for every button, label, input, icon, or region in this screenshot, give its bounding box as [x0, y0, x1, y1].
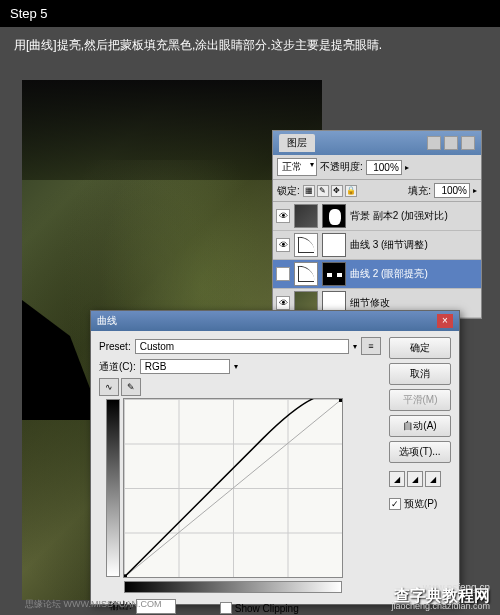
instruction-text: 用[曲线]提亮,然后把蒙板填充黑色,涂出眼睛部分.这步主要是提亮眼睛.: [0, 27, 500, 62]
minimize-icon[interactable]: [444, 136, 458, 150]
curves-dialog-titlebar[interactable]: 曲线 ×: [91, 311, 459, 331]
fill-label: 填充:: [408, 184, 431, 198]
layer-name[interactable]: 曲线 2 (眼部提亮): [350, 267, 478, 281]
opacity-input[interactable]: 100%: [366, 160, 402, 175]
layer-list: 👁 背景 副本2 (加强对比) 👁 曲线 3 (细节调整) 👁 曲线 2 (眼部…: [273, 202, 481, 318]
visibility-icon[interactable]: 👁: [276, 238, 290, 252]
close-panel-icon[interactable]: [461, 136, 475, 150]
show-clipping-checkbox[interactable]: [220, 602, 232, 614]
curve-point-tool-icon[interactable]: ∿: [99, 378, 119, 396]
show-clipping-label: Show Clipping: [235, 603, 299, 614]
channel-dropdown[interactable]: RGB: [140, 359, 230, 374]
layer-name[interactable]: 背景 副本2 (加强对比): [350, 209, 478, 223]
layer-row-selected[interactable]: 👁 曲线 2 (眼部提亮): [273, 260, 481, 289]
curve-pencil-tool-icon[interactable]: ✎: [121, 378, 141, 396]
curves-dialog-title: 曲线: [97, 314, 117, 328]
preset-dropdown[interactable]: Custom: [135, 339, 349, 354]
mask-thumbnail[interactable]: [322, 233, 346, 257]
blend-mode-dropdown[interactable]: 正常: [277, 158, 317, 176]
smooth-button[interactable]: 平滑(M): [389, 389, 451, 411]
ok-button[interactable]: 确定: [389, 337, 451, 359]
preset-menu-icon[interactable]: ≡: [361, 337, 381, 355]
input-gradient: [124, 581, 342, 593]
layer-thumbnail[interactable]: [294, 262, 318, 286]
layer-thumbnail[interactable]: [294, 204, 318, 228]
svg-rect-1: [124, 574, 127, 577]
layer-row[interactable]: 👁 背景 副本2 (加强对比): [273, 202, 481, 231]
layers-lock-row: 锁定: ▦ ✎ ✥ 🔒 填充: 100% ▸: [273, 180, 481, 202]
svg-rect-2: [339, 399, 342, 402]
layers-tab[interactable]: 图层: [279, 134, 315, 152]
layer-name[interactable]: 曲线 3 (细节调整): [350, 238, 478, 252]
mask-thumbnail[interactable]: [322, 204, 346, 228]
lock-label: 锁定:: [277, 184, 300, 198]
layers-blend-row: 正常 不透明度: 100% ▸: [273, 155, 481, 180]
curve-line: [124, 399, 342, 577]
visibility-icon[interactable]: 👁: [276, 267, 290, 281]
visibility-icon[interactable]: 👁: [276, 209, 290, 223]
step-header: Step 5: [0, 0, 500, 27]
opacity-arrow-icon[interactable]: ▸: [405, 163, 409, 172]
panel-menu-icon[interactable]: [427, 136, 441, 150]
fill-arrow-icon[interactable]: ▸: [473, 186, 477, 195]
gray-eyedropper-icon[interactable]: ◢: [407, 471, 423, 487]
curve-graph[interactable]: [123, 398, 343, 578]
auto-button[interactable]: 自动(A): [389, 415, 451, 437]
visibility-icon[interactable]: 👁: [276, 296, 290, 310]
preset-label: Preset:: [99, 341, 131, 352]
mask-thumbnail[interactable]: [322, 262, 346, 286]
lock-transparency-icon[interactable]: ▦: [303, 185, 315, 197]
lock-position-icon[interactable]: ✥: [331, 185, 343, 197]
close-icon[interactable]: ×: [437, 314, 453, 328]
black-eyedropper-icon[interactable]: ◢: [389, 471, 405, 487]
curves-dialog: 曲线 × Preset: Custom ▾ ≡ 通道(C): RGB ▾ ∿ ✎: [90, 310, 460, 605]
svg-line-0: [124, 399, 342, 577]
preview-label: 预览(P): [404, 497, 437, 511]
output-gradient: [106, 399, 120, 577]
layer-name[interactable]: 细节修改: [350, 296, 478, 310]
layer-thumbnail[interactable]: [294, 233, 318, 257]
preset-arrow-icon[interactable]: ▾: [353, 342, 357, 351]
fill-input[interactable]: 100%: [434, 183, 470, 198]
watermark-sub: jiaocheng.chazidian.com: [391, 601, 490, 611]
layers-panel: 图层 正常 不透明度: 100% ▸ 锁定: ▦ ✎ ✥ 🔒 填充: 100% …: [272, 130, 482, 319]
preview-checkbox[interactable]: ✓: [389, 498, 401, 510]
lock-all-icon[interactable]: 🔒: [345, 185, 357, 197]
layer-row[interactable]: 👁 曲线 3 (细节调整): [273, 231, 481, 260]
options-button[interactable]: 选项(T)...: [389, 441, 451, 463]
channel-arrow-icon[interactable]: ▾: [234, 362, 238, 371]
opacity-label: 不透明度:: [320, 160, 363, 174]
white-eyedropper-icon[interactable]: ◢: [425, 471, 441, 487]
lock-pixels-icon[interactable]: ✎: [317, 185, 329, 197]
layers-panel-header: 图层: [273, 131, 481, 155]
cancel-button[interactable]: 取消: [389, 363, 451, 385]
credits-text: 思缘论坛 WWW.MISSYUAN.COM: [25, 598, 162, 611]
channel-label: 通道(C):: [99, 360, 136, 374]
